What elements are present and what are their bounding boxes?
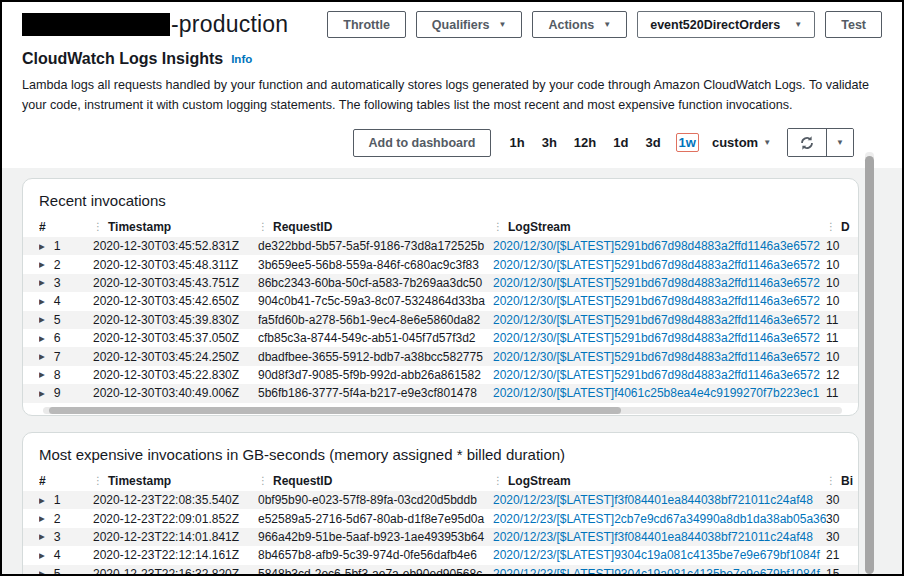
row-number: 7	[54, 350, 61, 364]
log-stream-link[interactable]: 2020/12/30/[$LATEST]5291bd67d98d4883a2ff…	[493, 368, 820, 382]
request-id-cell: 8b4657b8-afb9-5c39-974d-0fe56dafb4e6	[258, 548, 493, 562]
log-stream-link[interactable]: 2020/12/30/[$LATEST]5291bd67d98d4883a2ff…	[493, 313, 820, 327]
column-header-billed-duration[interactable]: ⋮Bi	[826, 474, 858, 488]
timestamp-cell: 2020-12-30T03:45:42.650Z	[93, 294, 258, 308]
test-event-select[interactable]: event520DirectOrders▼	[637, 11, 815, 38]
column-header-duration[interactable]: ⋮D	[826, 220, 858, 234]
refresh-icon	[799, 135, 815, 151]
log-stream-link[interactable]: 2020/12/30/[$LATEST]5291bd67d98d4883a2ff…	[493, 258, 820, 272]
request-id-cell: 86bc2343-60ba-50cf-a583-7b269aa3dc50	[258, 276, 493, 290]
expand-row-icon[interactable]: ▶	[39, 551, 45, 560]
add-to-dashboard-button[interactable]: Add to dashboard	[353, 129, 492, 157]
expand-row-icon[interactable]: ▶	[39, 532, 45, 541]
redacted-function-name	[22, 13, 170, 36]
log-stream-link[interactable]: 2020/12/23/[$LATEST]9304c19a081c4135be7e…	[493, 567, 820, 574]
request-id-cell: dbadfbee-3655-5912-bdb7-a38bcc582775	[258, 350, 493, 364]
log-stream-link[interactable]: 2020/12/23/[$LATEST]f3f084401ea844038bf7…	[493, 530, 813, 544]
column-header-number[interactable]: #	[39, 220, 93, 234]
expand-row-icon[interactable]: ▶	[39, 514, 45, 523]
row-number: 6	[54, 331, 61, 345]
expand-row-icon[interactable]: ▶	[39, 352, 45, 361]
qualifiers-button[interactable]: Qualifiers▼	[416, 11, 523, 38]
timestamp-cell: 2020-12-23T22:14:01.841Z	[93, 530, 258, 544]
expand-row-icon[interactable]: ▶	[39, 260, 45, 269]
range-12h[interactable]: 12h	[572, 134, 598, 151]
range-1h[interactable]: 1h	[507, 134, 526, 151]
vertical-scrollbar-thumb[interactable]	[865, 156, 874, 574]
column-divider-icon: ⋮	[493, 221, 503, 232]
expand-row-icon[interactable]: ▶	[39, 297, 45, 306]
throttle-button[interactable]: Throttle	[327, 11, 406, 38]
actions-button[interactable]: Actions▼	[532, 11, 627, 38]
timestamp-cell: 2020-12-30T03:45:43.751Z	[93, 276, 258, 290]
chevron-down-icon: ▼	[603, 20, 611, 29]
log-stream-link[interactable]: 2020/12/30/[$LATEST]5291bd67d98d4883a2ff…	[493, 331, 820, 345]
log-stream-cell: 2020/12/30/[$LATEST]5291bd67d98d4883a2ff…	[493, 331, 826, 345]
log-stream-link[interactable]: 2020/12/30/[$LATEST]5291bd67d98d4883a2ff…	[493, 350, 820, 364]
request-id-cell: cfb85c3a-8744-549c-ab51-045f7d57f3d2	[258, 331, 493, 345]
refresh-button[interactable]	[788, 129, 826, 156]
table-row: ▶22020-12-23T22:09:01.852Ze52589a5-2716-…	[23, 509, 858, 527]
recent-table-body: ▶12020-12-30T03:45:52.831Zde322bbd-5b57-…	[23, 237, 858, 403]
expand-row-icon[interactable]: ▶	[39, 496, 45, 505]
log-stream-link[interactable]: 2020/12/23/[$LATEST]2cb7e9cd67a34990a8db…	[493, 512, 826, 526]
log-stream-link[interactable]: 2020/12/30/[$LATEST]5291bd67d98d4883a2ff…	[493, 239, 820, 253]
recent-invocations-card: Recent invocations # ⋮Timestamp ⋮Request…	[22, 178, 859, 416]
row-number: 8	[54, 368, 61, 382]
log-stream-cell: 2020/12/23/[$LATEST]9304c19a081c4135be7e…	[493, 548, 826, 562]
column-header-logstream[interactable]: ⋮LogStream	[493, 474, 826, 488]
column-header-logstream[interactable]: ⋮LogStream	[493, 220, 826, 234]
log-stream-link[interactable]: 2020/12/30/[$LATEST]5291bd67d98d4883a2ff…	[493, 276, 820, 290]
table-row: ▶82020-12-30T03:45:22.830Z90d8f3d7-9085-…	[23, 366, 858, 384]
horizontal-scrollbar[interactable]	[43, 407, 842, 414]
recent-invocations-title: Recent invocations	[23, 179, 858, 216]
metric-cell: 30	[826, 493, 858, 507]
refresh-options-button[interactable]: ▼	[826, 129, 853, 156]
column-header-timestamp[interactable]: ⋮Timestamp	[93, 220, 258, 234]
row-number-cell: ▶3	[39, 276, 93, 290]
row-number: 2	[54, 512, 61, 526]
header-actions: Throttle Qualifiers▼ Actions▼ event520Di…	[327, 11, 882, 38]
expand-row-icon[interactable]: ▶	[39, 315, 45, 324]
metric-cell: 30	[826, 512, 858, 526]
info-link[interactable]: Info	[231, 53, 252, 65]
expand-row-icon[interactable]: ▶	[39, 569, 45, 574]
timestamp-cell: 2020-12-30T03:45:39.830Z	[93, 313, 258, 327]
timestamp-cell: 2020-12-23T22:08:35.540Z	[93, 493, 258, 507]
column-header-timestamp[interactable]: ⋮Timestamp	[93, 474, 258, 488]
expand-row-icon[interactable]: ▶	[39, 334, 45, 343]
range-1d[interactable]: 1d	[611, 134, 630, 151]
column-header-number[interactable]: #	[39, 474, 93, 488]
expensive-invocations-card: Most expensive invocations in GB-seconds…	[22, 432, 859, 574]
horizontal-scrollbar-thumb[interactable]	[49, 407, 621, 414]
test-button[interactable]: Test	[825, 11, 882, 38]
row-number: 1	[54, 239, 61, 253]
column-divider-icon: ⋮	[93, 221, 103, 232]
time-range-selector: 1h 3h 12h 1d 3d 1w custom▼	[507, 133, 771, 152]
expand-row-icon[interactable]: ▶	[39, 278, 45, 287]
range-3d[interactable]: 3d	[643, 134, 662, 151]
log-stream-link[interactable]: 2020/12/30/[$LATEST]f4061c25b8ea4e4c9199…	[493, 386, 819, 400]
expand-row-icon[interactable]: ▶	[39, 370, 45, 379]
log-stream-link[interactable]: 2020/12/30/[$LATEST]5291bd67d98d4883a2ff…	[493, 294, 820, 308]
request-id-cell: e52589a5-2716-5d67-80ab-d1f8e7e95d0a	[258, 512, 493, 526]
log-stream-link[interactable]: 2020/12/23/[$LATEST]9304c19a081c4135be7e…	[493, 548, 820, 562]
log-stream-cell: 2020/12/30/[$LATEST]5291bd67d98d4883a2ff…	[493, 258, 826, 272]
column-header-requestid[interactable]: ⋮RequestID	[258, 474, 493, 488]
refresh-split-button: ▼	[787, 128, 854, 157]
log-stream-link[interactable]: 2020/12/23/[$LATEST]f3f084401ea844038bf7…	[493, 493, 813, 507]
row-number-cell: ▶2	[39, 512, 93, 526]
expand-row-icon[interactable]: ▶	[39, 389, 45, 398]
custom-range-link[interactable]: custom▼	[712, 135, 771, 150]
function-title: -production	[22, 11, 288, 38]
range-3h[interactable]: 3h	[540, 134, 559, 151]
expand-row-icon[interactable]: ▶	[39, 242, 45, 251]
range-1w-selected[interactable]: 1w	[676, 133, 699, 152]
expensive-invocations-title: Most expensive invocations in GB-seconds…	[23, 433, 858, 470]
chevron-down-icon: ▼	[836, 138, 844, 147]
column-header-requestid[interactable]: ⋮RequestID	[258, 220, 493, 234]
metric-cell: 10	[826, 276, 858, 290]
row-number-cell: ▶9	[39, 386, 93, 400]
row-number-cell: ▶3	[39, 530, 93, 544]
request-id-cell: 0bf95b90-e023-57f8-89fa-03cd20d5bddb	[258, 493, 493, 507]
